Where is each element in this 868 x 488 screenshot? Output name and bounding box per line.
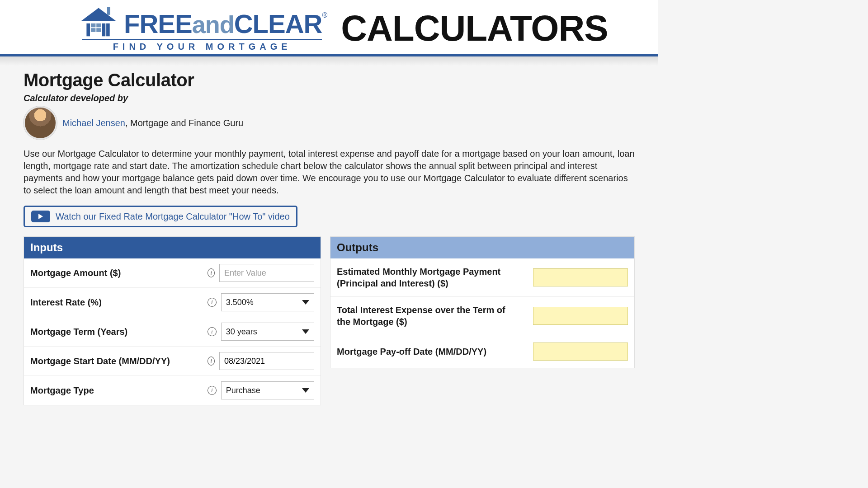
label-total-interest: Total Interest Expense over the Term of … [337, 304, 509, 328]
intro-text: Use our Mortgage Calculator to determine… [24, 148, 635, 197]
mortgage-term-select[interactable]: 30 years [221, 323, 314, 341]
author-title: , Mortgage and Finance Guru [125, 118, 243, 128]
inputs-heading: Inputs [24, 237, 321, 258]
brand-and: and [192, 11, 234, 38]
inputs-panel: Inputs Mortgage Amount ($) i Interest Ra… [24, 236, 321, 405]
watch-video-label: Watch our Fixed Rate Mortgage Calculator… [56, 211, 290, 222]
label-payoff-date: Mortgage Pay-off Date (MM/DD/YY) [337, 346, 486, 357]
info-icon[interactable]: i [208, 327, 217, 336]
mortgage-term-value: 30 years [226, 327, 257, 337]
mortgage-type-value: Purchase [226, 386, 260, 395]
brand-free: FREE [124, 9, 192, 38]
brand-tagline: FIND YOUR MORTGAGE [82, 39, 322, 52]
outputs-panel: Outputs Estimated Monthly Mortgage Payme… [330, 236, 635, 368]
info-icon[interactable]: i [208, 298, 217, 307]
brand-text: FREEandCLEAR® [124, 9, 327, 39]
logo[interactable]: FREEandCLEAR® FIND YOUR MORTGAGE [77, 5, 327, 52]
outputs-heading: Outputs [330, 237, 634, 258]
value-payoff-date [533, 343, 628, 361]
label-start-date: Mortgage Start Date (MM/DD/YY) [30, 356, 208, 366]
row-mortgage-term: Mortgage Term (Years) i 30 years [24, 317, 321, 347]
label-monthly-payment: Estimated Monthly Mortgage Payment (Prin… [337, 266, 509, 289]
author-row: Michael Jensen, Mortgage and Finance Gur… [24, 106, 635, 140]
info-icon[interactable]: i [208, 357, 215, 366]
label-mortgage-term: Mortgage Term (Years) [30, 327, 208, 337]
watch-video-button[interactable]: Watch our Fixed Rate Mortgage Calculator… [24, 206, 297, 227]
info-icon[interactable]: i [208, 386, 217, 395]
svg-rect-7 [102, 23, 106, 37]
svg-rect-3 [86, 23, 90, 37]
interest-rate-select[interactable]: 3.500% [221, 293, 314, 311]
svg-marker-0 [81, 8, 116, 21]
page-title: Mortgage Calculator [24, 70, 635, 90]
play-icon [31, 211, 50, 222]
header-shadow [0, 56, 658, 66]
value-total-interest [533, 307, 628, 325]
developed-by-label: Calculator developed by [24, 93, 635, 103]
page-body: Mortgage Calculator Calculator developed… [0, 70, 658, 405]
label-interest-rate: Interest Rate (%) [30, 297, 208, 308]
author-avatar[interactable] [24, 106, 57, 140]
mortgage-type-select[interactable]: Purchase [221, 381, 314, 399]
svg-rect-1 [107, 7, 110, 15]
row-mortgage-amount: Mortgage Amount ($) i [24, 258, 321, 288]
calculators-heading: CALCULATORS [341, 8, 608, 49]
brand-registered: ® [322, 11, 327, 19]
info-icon[interactable]: i [208, 268, 215, 277]
start-date-input[interactable] [219, 352, 314, 370]
chevron-down-icon [302, 329, 309, 334]
panels: Inputs Mortgage Amount ($) i Interest Ra… [24, 236, 635, 405]
chevron-down-icon [302, 300, 309, 305]
author-link[interactable]: Michael Jensen [62, 118, 125, 128]
row-start-date: Mortgage Start Date (MM/DD/YY) i [24, 347, 321, 376]
header: FREEandCLEAR® FIND YOUR MORTGAGE CALCULA… [0, 0, 658, 56]
mortgage-amount-input[interactable] [219, 264, 314, 282]
row-interest-rate: Interest Rate (%) i 3.500% [24, 288, 321, 317]
svg-rect-8 [106, 23, 110, 37]
row-payoff-date: Mortgage Pay-off Date (MM/DD/YY) [330, 335, 634, 368]
label-mortgage-type: Mortgage Type [30, 385, 208, 396]
house-icon [77, 5, 120, 39]
chevron-down-icon [302, 388, 309, 393]
row-total-interest: Total Interest Expense over the Term of … [330, 297, 634, 335]
row-mortgage-type: Mortgage Type i Purchase [24, 376, 321, 405]
brand-clear: CLEAR [234, 9, 322, 38]
label-mortgage-amount: Mortgage Amount ($) [30, 268, 208, 278]
row-monthly-payment: Estimated Monthly Mortgage Payment (Prin… [330, 258, 634, 297]
value-monthly-payment [533, 268, 628, 286]
interest-rate-value: 3.500% [226, 298, 254, 307]
